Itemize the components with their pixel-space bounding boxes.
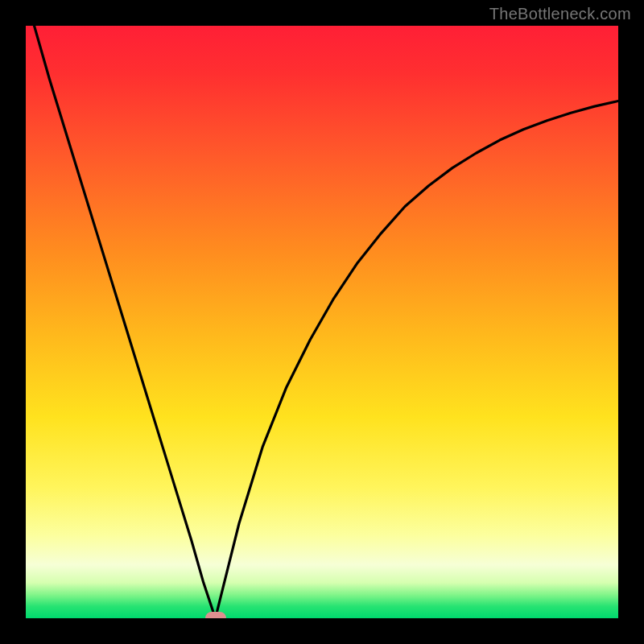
curve-path — [26, 26, 618, 618]
bottleneck-curve — [26, 26, 618, 618]
chart-frame: TheBottleneck.com — [0, 0, 644, 644]
plot-area — [26, 26, 618, 618]
watermark-text: TheBottleneck.com — [489, 5, 631, 23]
optimum-marker — [205, 612, 226, 618]
